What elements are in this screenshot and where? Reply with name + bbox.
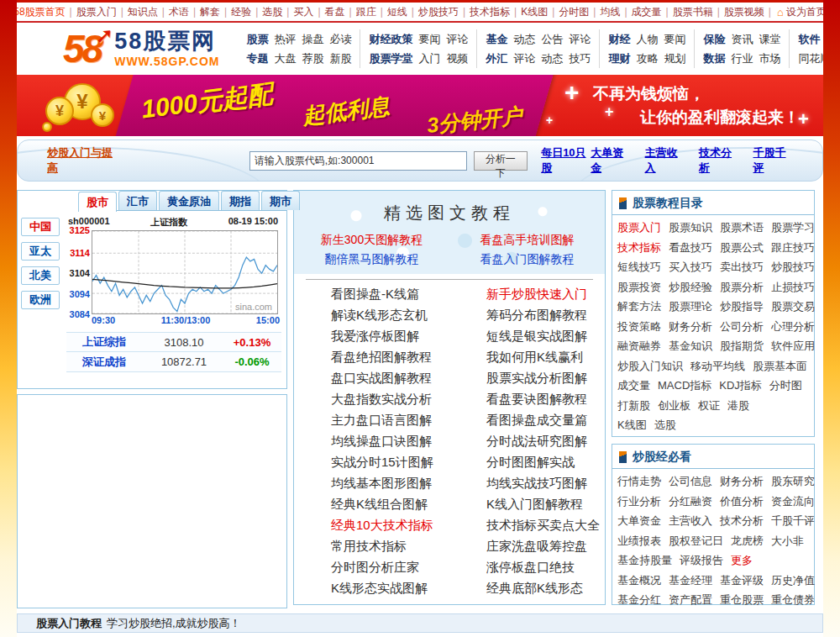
top-link-炒股技巧[interactable]: 炒股技巧 bbox=[418, 5, 459, 19]
top-link-选股[interactable]: 选股 bbox=[262, 5, 282, 19]
tutorial-link-分时图分析庄家[interactable]: 分时图分析庄家 bbox=[294, 556, 449, 577]
nav-link-理财[interactable]: 理财 bbox=[608, 52, 630, 65]
tutorial-link-实战分时15计图解[interactable]: 实战分时15计图解 bbox=[294, 451, 449, 472]
featured-link-翻倍黑马图解教程[interactable]: 翻倍黑马图解教程 bbox=[294, 252, 449, 267]
tutorial-link-短线是银实战图解[interactable]: 短线是银实战图解 bbox=[449, 325, 605, 346]
link-看盘技巧[interactable]: 看盘技巧 bbox=[669, 238, 712, 258]
nav-link-入门[interactable]: 入门 bbox=[418, 52, 440, 65]
link-股权登记日[interactable]: 股权登记日 bbox=[669, 531, 723, 551]
link-炒股技巧[interactable]: 炒股技巧 bbox=[771, 257, 815, 277]
region-tab-亚太[interactable]: 亚太 bbox=[21, 242, 60, 261]
nav-link-市场[interactable]: 市场 bbox=[759, 52, 780, 65]
index-row[interactable]: 深证成指10872.71-0.06% bbox=[66, 352, 281, 372]
link-股票知识[interactable]: 股票知识 bbox=[669, 218, 712, 238]
top-link-股票入门[interactable]: 股票入门 bbox=[76, 5, 117, 19]
nav-link-基金[interactable]: 基金 bbox=[486, 33, 507, 45]
link-股票交易[interactable]: 股票交易 bbox=[771, 297, 815, 317]
link-股票理论[interactable]: 股票理论 bbox=[669, 297, 712, 317]
top-link-短线[interactable]: 短线 bbox=[387, 5, 407, 19]
link-行业分析[interactable]: 行业分析 bbox=[617, 492, 661, 512]
link-股东研究[interactable]: 股东研究 bbox=[771, 471, 815, 492]
market-tab-期指[interactable]: 期指 bbox=[221, 191, 260, 210]
site-logo[interactable]: 58➚ 58股票网 WWW.58GP.COM bbox=[63, 29, 219, 68]
tutorial-link-常用技术指标[interactable]: 常用技术指标 bbox=[294, 535, 449, 556]
link-大小非[interactable]: 大小非 bbox=[771, 531, 804, 551]
link-KDJ指标[interactable]: KDJ指标 bbox=[719, 376, 762, 396]
nav-link-荐股[interactable]: 荐股 bbox=[302, 52, 323, 65]
featured-link-看盘入门图解教程[interactable]: 看盘入门图解教程 bbox=[449, 252, 605, 267]
nav-link-动态[interactable]: 动态 bbox=[541, 52, 563, 65]
tutorial-link-看图操盘成交量篇[interactable]: 看图操盘成交量篇 bbox=[449, 409, 605, 430]
stock-code-input[interactable] bbox=[249, 151, 467, 171]
nav-link-评论[interactable]: 评论 bbox=[446, 33, 468, 45]
link-资产配置[interactable]: 资产配置 bbox=[669, 590, 712, 610]
link-心理分析[interactable]: 心理分析 bbox=[771, 317, 815, 337]
nav-link-要闻[interactable]: 要闻 bbox=[418, 33, 440, 45]
link-价值分析[interactable]: 价值分析 bbox=[720, 492, 764, 512]
link-基金经理[interactable]: 基金经理 bbox=[669, 571, 712, 591]
ad-banner[interactable]: ¥ ¥ ¥ 1000元起配 起低利息 3分钟开户 + + + + 不再为钱烦恼，… bbox=[17, 75, 823, 136]
tutorial-link-解读K线形态玄机[interactable]: 解读K线形态玄机 bbox=[294, 304, 449, 325]
top-link-术语[interactable]: 术语 bbox=[169, 5, 189, 19]
link-止损技巧[interactable]: 止损技巧 bbox=[771, 277, 815, 297]
link-资金流向[interactable]: 资金流向 bbox=[771, 492, 815, 512]
nav-link-评论[interactable]: 评论 bbox=[513, 52, 535, 65]
nav-link-要闻[interactable]: 要闻 bbox=[664, 33, 685, 45]
link-技术指标[interactable]: 技术指标 bbox=[617, 238, 661, 258]
link-股票基本面[interactable]: 股票基本面 bbox=[753, 356, 807, 376]
link-港股[interactable]: 港股 bbox=[727, 396, 749, 416]
link-千股千评[interactable]: 千股千评 bbox=[771, 511, 815, 531]
region-tab-中国[interactable]: 中国 bbox=[21, 218, 60, 236]
link-软件应用[interactable]: 软件应用 bbox=[771, 336, 815, 356]
tutorial-link-经典K线组合图解[interactable]: 经典K线组合图解 bbox=[294, 493, 449, 514]
nav-link-必读[interactable]: 必读 bbox=[329, 33, 351, 45]
tutorial-link-我爱涨停板图解[interactable]: 我爱涨停板图解 bbox=[294, 325, 449, 346]
link-分红融资[interactable]: 分红融资 bbox=[669, 492, 712, 512]
tutorial-link-庄家洗盘吸筹控盘[interactable]: 庄家洗盘吸筹控盘 bbox=[449, 535, 605, 556]
link-权证[interactable]: 权证 bbox=[698, 396, 720, 416]
top-link-知识点[interactable]: 知识点 bbox=[128, 5, 158, 19]
region-tab-北美[interactable]: 北美 bbox=[21, 266, 60, 285]
nav-link-视频[interactable]: 视频 bbox=[446, 52, 468, 65]
tutorial-link-盘口实战图解教程[interactable]: 盘口实战图解教程 bbox=[294, 367, 449, 388]
top-link-买入[interactable]: 买入 bbox=[293, 5, 313, 19]
tutorial-link-经典10大技术指标[interactable]: 经典10大技术指标 bbox=[294, 514, 449, 535]
link-股票学习[interactable]: 股票学习 bbox=[771, 218, 815, 238]
index-row[interactable]: 上证综指3108.10+0.13% bbox=[66, 332, 281, 352]
market-tab-黄金原油[interactable]: 黄金原油 bbox=[159, 191, 219, 210]
nav-link-热评[interactable]: 热评 bbox=[274, 33, 296, 45]
nav-link-股票学堂[interactable]: 股票学堂 bbox=[369, 52, 412, 65]
link-股指期货[interactable]: 股指期货 bbox=[720, 336, 764, 356]
link-股票术语[interactable]: 股票术语 bbox=[720, 218, 764, 238]
link-打新股[interactable]: 打新股 bbox=[617, 396, 650, 416]
link-大单资金[interactable]: 大单资金 bbox=[617, 511, 661, 531]
nav-link-数据[interactable]: 数据 bbox=[703, 52, 725, 65]
market-tab-股市[interactable]: 股市 bbox=[78, 192, 117, 212]
link-分时图[interactable]: 分时图 bbox=[769, 376, 802, 396]
index-name[interactable]: 上证综指 bbox=[66, 334, 142, 350]
market-tab-期市[interactable]: 期市 bbox=[261, 191, 300, 210]
tutorial-link-K线入门图解教程[interactable]: K线入门图解教程 bbox=[449, 493, 605, 514]
nav-link-操盘[interactable]: 操盘 bbox=[302, 33, 323, 45]
link-技术分析[interactable]: 技术分析 bbox=[720, 511, 764, 531]
index-name[interactable]: 深证成指 bbox=[66, 355, 142, 370]
market-tab-汇市[interactable]: 汇市 bbox=[118, 191, 157, 210]
nav-link-财经[interactable]: 财经 bbox=[608, 33, 630, 45]
top-link-成交量[interactable]: 成交量 bbox=[632, 5, 662, 19]
set-home-link[interactable]: 设为首页 bbox=[786, 5, 827, 19]
tutorial-link-看盘绝招图解教程[interactable]: 看盘绝招图解教程 bbox=[294, 346, 449, 367]
beginner-improve-link[interactable]: 炒股入门与提高 bbox=[47, 145, 115, 176]
tutorial-link-分时图图解实战[interactable]: 分时图图解实战 bbox=[449, 451, 605, 472]
tutorial-link-大盘指数实战分析[interactable]: 大盘指数实战分析 bbox=[294, 388, 449, 409]
nav-link-公告[interactable]: 公告 bbox=[541, 33, 563, 45]
link-评级报告[interactable]: 评级报告 bbox=[680, 550, 723, 571]
top-link-经验[interactable]: 经验 bbox=[231, 5, 251, 19]
link-短线技巧[interactable]: 短线技巧 bbox=[617, 257, 661, 277]
link-公司分析[interactable]: 公司分析 bbox=[720, 317, 764, 337]
top-link-分时图[interactable]: 分时图 bbox=[559, 5, 589, 19]
nav-link-新股[interactable]: 新股 bbox=[329, 52, 351, 65]
nav-link-行业[interactable]: 行业 bbox=[731, 52, 753, 65]
link-财务分析[interactable]: 财务分析 bbox=[720, 471, 764, 492]
featured-link-新生300天图解教程[interactable]: 新生300天图解教程 bbox=[294, 233, 449, 248]
link-炒股指导[interactable]: 炒股指导 bbox=[720, 297, 764, 317]
